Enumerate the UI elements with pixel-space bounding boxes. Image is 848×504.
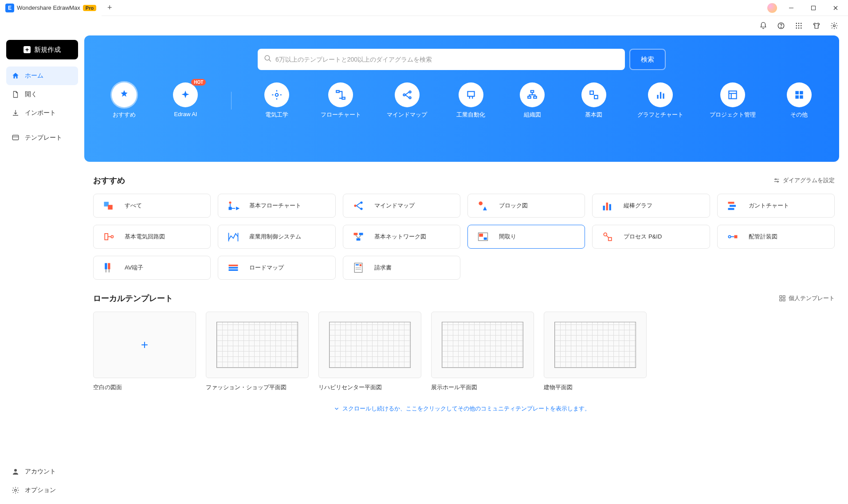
diagram-tile-12[interactable]: AV端子 bbox=[93, 256, 211, 280]
new-create-button[interactable]: + 新規作成 bbox=[6, 40, 78, 59]
search-input[interactable] bbox=[275, 56, 619, 63]
category-0[interactable]: おすすめ bbox=[106, 82, 142, 119]
template-card-4[interactable]: 建物平面図 bbox=[544, 312, 647, 391]
svg-point-72 bbox=[111, 235, 113, 238]
tile-label: マインドマップ bbox=[374, 202, 415, 210]
nav-home[interactable]: ホーム bbox=[6, 66, 78, 85]
category-9[interactable]: プロジェクト管理 bbox=[710, 82, 756, 119]
diagram-tile-14[interactable]: 請求書 bbox=[343, 256, 460, 280]
svg-line-78 bbox=[356, 235, 358, 238]
configure-diagram-link[interactable]: ダイアグラムを設定 bbox=[773, 176, 835, 184]
svg-point-9 bbox=[796, 25, 797, 26]
category-1[interactable]: HOTEdraw AI bbox=[168, 82, 203, 117]
gear-icon bbox=[12, 486, 20, 494]
help-icon[interactable] bbox=[777, 22, 785, 30]
nav-open[interactable]: 開く bbox=[6, 85, 78, 104]
svg-point-29 bbox=[409, 97, 411, 98]
diagram-tile-6[interactable]: 基本電気回路図 bbox=[93, 225, 211, 249]
new-create-label: 新規作成 bbox=[34, 46, 61, 54]
template-card-3[interactable]: 展示ホール平面図 bbox=[431, 312, 534, 391]
svg-point-22 bbox=[275, 94, 279, 97]
diagram-tile-4[interactable]: 縦棒グラフ bbox=[592, 194, 710, 218]
category-icon bbox=[328, 82, 353, 107]
svg-rect-45 bbox=[800, 91, 803, 94]
shirt-icon[interactable] bbox=[813, 22, 821, 30]
diagram-tile-11[interactable]: 配管計装図 bbox=[717, 225, 835, 249]
tile-icon bbox=[101, 260, 117, 276]
svg-rect-39 bbox=[660, 92, 661, 99]
diagram-tile-8[interactable]: 基本ネットワーク図 bbox=[343, 225, 460, 249]
diagram-tile-13[interactable]: ロードマップ bbox=[218, 256, 335, 280]
diagram-tile-1[interactable]: 基本フローチャート bbox=[218, 194, 335, 218]
close-button[interactable] bbox=[828, 0, 844, 16]
app-tab[interactable]: E Wondershare EdrawMax Pro bbox=[0, 0, 102, 16]
diagram-tile-0[interactable]: すべて bbox=[93, 194, 211, 218]
svg-rect-34 bbox=[528, 96, 531, 98]
personal-templates-link[interactable]: 個人テンプレート bbox=[779, 294, 835, 302]
svg-line-79 bbox=[358, 235, 361, 238]
category-4[interactable]: マインドマップ bbox=[387, 82, 427, 119]
category-10[interactable]: その他 bbox=[781, 82, 817, 119]
svg-rect-55 bbox=[229, 207, 232, 210]
template-card-0[interactable]: +空白の図面 bbox=[93, 312, 196, 391]
svg-line-26 bbox=[405, 92, 409, 95]
search-button[interactable]: 検索 bbox=[629, 49, 666, 70]
nav-options-label: オプション bbox=[25, 486, 56, 494]
svg-point-57 bbox=[354, 204, 356, 207]
new-tab-button[interactable]: + bbox=[102, 3, 118, 12]
configure-diagram-label: ダイアグラムを設定 bbox=[783, 176, 835, 184]
category-7[interactable]: 基本図 bbox=[576, 82, 612, 119]
svg-point-61 bbox=[360, 207, 362, 210]
bell-icon[interactable] bbox=[759, 22, 767, 30]
category-icon bbox=[787, 82, 812, 107]
nav-account[interactable]: アカウント bbox=[6, 462, 78, 481]
template-thumb bbox=[431, 312, 534, 378]
pro-badge: Pro bbox=[83, 5, 96, 11]
template-card-1[interactable]: ファッション・ショップ平面図 bbox=[206, 312, 309, 391]
nav-templates[interactable]: テンプレート bbox=[6, 129, 78, 147]
category-5[interactable]: 工業自動化 bbox=[453, 82, 489, 119]
diagram-tile-9[interactable]: 間取り bbox=[467, 225, 585, 249]
svg-rect-84 bbox=[609, 238, 612, 241]
recommend-title: おすすめ bbox=[93, 175, 125, 186]
minimize-button[interactable] bbox=[783, 0, 799, 16]
search-box[interactable] bbox=[258, 49, 625, 70]
nav-options[interactable]: オプション bbox=[6, 481, 78, 500]
home-icon bbox=[12, 72, 20, 80]
template-card-2[interactable]: リハビリセンター平面図 bbox=[318, 312, 421, 391]
maximize-button[interactable] bbox=[805, 0, 821, 16]
tile-label: 基本フローチャート bbox=[249, 202, 301, 210]
svg-point-54 bbox=[229, 201, 232, 203]
scroll-hint-text: スクロールし続けるか、ここをクリックしてその他のコミュニティテンプレートを表示し… bbox=[342, 405, 590, 413]
tile-label: すべて bbox=[125, 202, 142, 210]
gear-icon[interactable] bbox=[830, 22, 838, 30]
svg-line-58 bbox=[356, 203, 361, 206]
nav-import[interactable]: インポート bbox=[6, 104, 78, 122]
personal-templates-label: 個人テンプレート bbox=[789, 294, 835, 302]
hero-banner: 検索 おすすめHOTEdraw AI電気工学フローチャートマインドマップ工業自動… bbox=[84, 35, 839, 162]
svg-rect-40 bbox=[663, 94, 664, 99]
diagram-tile-10[interactable]: プロセス P&ID bbox=[592, 225, 710, 249]
svg-point-25 bbox=[403, 94, 405, 96]
diagram-tile-7[interactable]: 産業用制御システム bbox=[218, 225, 335, 249]
apps-icon[interactable] bbox=[795, 22, 803, 30]
diagram-tile-3[interactable]: ブロック図 bbox=[467, 194, 585, 218]
search-button-label: 検索 bbox=[641, 55, 654, 64]
category-2[interactable]: 電気工学 bbox=[259, 82, 294, 119]
svg-point-83 bbox=[604, 233, 607, 236]
diagram-tile-2[interactable]: マインドマップ bbox=[343, 194, 460, 218]
user-avatar-icon[interactable] bbox=[767, 3, 777, 13]
category-3[interactable]: フローチャート bbox=[321, 82, 361, 119]
template-icon bbox=[12, 134, 20, 142]
svg-rect-67 bbox=[728, 202, 734, 203]
template-thumb bbox=[206, 312, 309, 378]
category-6[interactable]: 組織図 bbox=[514, 82, 550, 119]
svg-rect-16 bbox=[12, 135, 19, 140]
tile-label: 基本ネットワーク図 bbox=[374, 233, 426, 241]
diagram-tile-5[interactable]: ガントチャート bbox=[717, 194, 835, 218]
category-label: おすすめ bbox=[113, 111, 136, 119]
svg-rect-81 bbox=[479, 234, 483, 237]
scroll-hint-link[interactable]: スクロールし続けるか、ここをクリックしてその他のコミュニティテンプレートを表示し… bbox=[84, 405, 839, 413]
svg-line-59 bbox=[356, 206, 361, 209]
category-8[interactable]: グラフとチャート bbox=[637, 82, 683, 119]
